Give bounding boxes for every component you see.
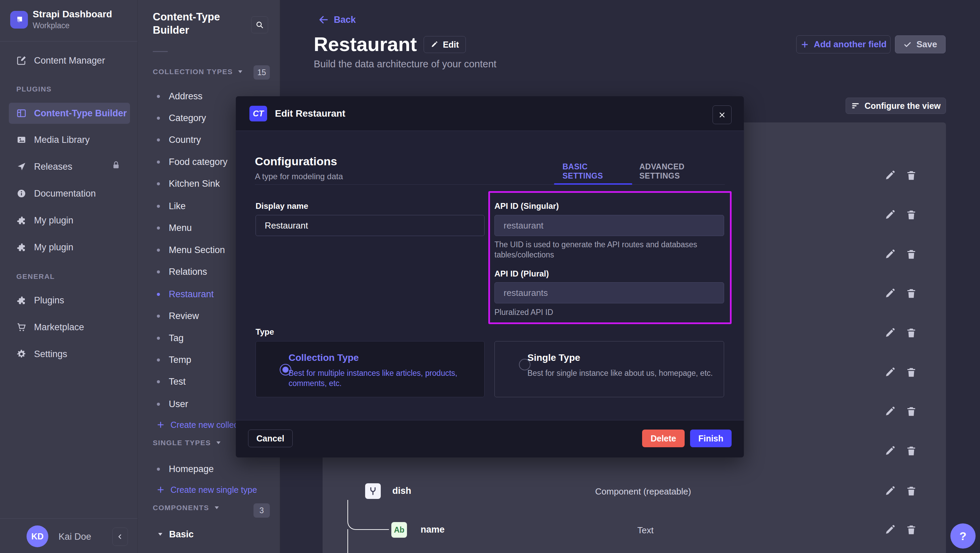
single-type-card[interactable]: Single Type Best for single instance lik…	[495, 341, 724, 397]
puzzle-icon	[16, 242, 27, 253]
edit-field-button[interactable]	[884, 445, 896, 457]
caret-down-icon	[158, 532, 163, 536]
configure-view-button[interactable]: Configure the view	[846, 98, 946, 114]
collection-type-item[interactable]: Country	[157, 129, 201, 151]
collection-type-description: Best for multiple instances like article…	[288, 368, 486, 388]
collection-type-item[interactable]: Relations	[157, 261, 207, 283]
bullet-icon	[157, 337, 160, 340]
display-name-label: Display name	[256, 201, 308, 211]
delete-field-button[interactable]	[905, 445, 917, 457]
lock-icon	[111, 160, 121, 170]
image-icon	[16, 135, 27, 145]
collection-type-item[interactable]: Test	[157, 371, 186, 393]
collection-types-header[interactable]: COLLECTION TYPES	[153, 68, 243, 76]
sidebar-item-content-type-builder[interactable]: Content-Type Builder	[9, 103, 130, 124]
add-another-field-button[interactable]: Add another field	[796, 35, 891, 53]
delete-field-button[interactable]	[905, 485, 917, 497]
item-label: Review	[169, 311, 199, 321]
bullet-icon	[157, 117, 160, 120]
component-group-basic[interactable]: Basic	[158, 523, 194, 545]
display-name-input[interactable]	[256, 215, 485, 236]
create-single-label: Create new single type	[170, 485, 257, 495]
collection-type-item-active[interactable]: Restaurant	[157, 283, 214, 305]
help-button[interactable]: ?	[950, 523, 975, 548]
plugins-section-header: PLUGINS	[16, 85, 52, 93]
search-button[interactable]	[251, 16, 268, 33]
edit-field-button[interactable]	[884, 406, 896, 417]
single-types-header[interactable]: SINGLE TYPES	[153, 439, 221, 447]
chevron-left-icon	[116, 533, 124, 540]
single-type-item[interactable]: Homepage	[157, 458, 214, 480]
item-label: Category	[169, 113, 206, 124]
sidebar-item-my-plugin-2[interactable]: My plugin	[9, 236, 130, 258]
tab-advanced-settings[interactable]: ADVANCED SETTINGS	[640, 166, 716, 177]
cancel-button[interactable]: Cancel	[248, 429, 293, 447]
collection-type-card[interactable]: Collection Type Best for multiple instan…	[256, 341, 485, 397]
cart-icon	[16, 322, 27, 332]
edit-field-button[interactable]	[884, 485, 896, 497]
delete-field-button[interactable]	[905, 327, 917, 339]
delete-field-button[interactable]	[905, 524, 917, 536]
back-link[interactable]: Back	[318, 14, 356, 25]
collection-type-item[interactable]: Menu Section	[157, 239, 225, 261]
delete-field-button[interactable]	[905, 406, 917, 417]
bullet-icon	[157, 315, 160, 318]
edit-field-button[interactable]	[884, 170, 896, 181]
bullet-icon	[157, 380, 160, 383]
tab-basic-settings[interactable]: BASIC SETTINGS	[563, 166, 622, 177]
delete-button[interactable]: Delete	[642, 429, 685, 447]
delete-field-button[interactable]	[905, 249, 917, 260]
delete-field-button[interactable]	[905, 209, 917, 221]
create-single-type-link[interactable]: Create new single type	[156, 480, 257, 499]
sidebar-item-my-plugin[interactable]: My plugin	[9, 210, 130, 231]
content-type-badge: CT	[250, 106, 267, 121]
delete-field-button[interactable]	[905, 288, 917, 299]
collection-type-item[interactable]: Food category	[157, 151, 228, 173]
bullet-icon	[157, 468, 160, 471]
sidebar-item-plugins[interactable]: Plugins	[9, 289, 130, 311]
save-button[interactable]: Save	[895, 35, 946, 53]
collection-type-item[interactable]: Menu	[157, 217, 192, 239]
edit-field-button[interactable]	[884, 327, 896, 339]
avatar[interactable]: KD	[27, 526, 48, 547]
delete-field-button[interactable]	[905, 170, 917, 181]
collection-type-item[interactable]: Review	[157, 305, 199, 327]
workspace-label: Workplace	[33, 21, 69, 30]
sidebar-item-media-library[interactable]: Media Library	[9, 129, 130, 151]
plus-icon	[800, 40, 809, 49]
components-label: COMPONENTS	[153, 504, 209, 512]
sidebar-item-documentation[interactable]: Documentation	[9, 183, 130, 204]
sidebar-item-content-manager[interactable]: Content Manager	[9, 50, 130, 72]
sidebar-item-settings[interactable]: Settings	[9, 343, 130, 365]
bullet-icon	[157, 182, 160, 185]
collection-type-item[interactable]: Temp	[157, 349, 191, 371]
edit-button[interactable]: Edit	[424, 36, 466, 53]
collection-count-badge: 15	[253, 65, 270, 79]
components-header[interactable]: COMPONENTS	[153, 504, 220, 512]
collection-type-item[interactable]: Address	[157, 85, 202, 107]
collection-type-item[interactable]: Like	[157, 195, 186, 217]
close-button[interactable]	[713, 105, 732, 124]
pencil-icon	[430, 41, 438, 48]
strapi-logo[interactable]	[10, 11, 28, 29]
collapse-sidebar-button[interactable]	[112, 528, 128, 546]
sidebar-item-label: Media Library	[34, 135, 90, 145]
edit-field-button[interactable]	[884, 209, 896, 221]
item-label: Restaurant	[169, 289, 214, 300]
edit-field-button[interactable]	[884, 367, 896, 378]
edit-field-button[interactable]	[884, 288, 896, 299]
divider	[153, 51, 168, 52]
sidebar-item-label: Plugins	[34, 295, 64, 306]
collection-type-item[interactable]: Category	[157, 107, 206, 129]
sidebar-item-marketplace[interactable]: Marketplace	[9, 316, 130, 338]
edit-field-button[interactable]	[884, 524, 896, 536]
finish-button[interactable]: Finish	[690, 429, 732, 447]
field-name: name	[421, 524, 445, 535]
edit-field-button[interactable]	[884, 249, 896, 260]
collection-type-item[interactable]: User	[157, 393, 188, 415]
bullet-icon	[157, 138, 160, 141]
delete-field-button[interactable]	[905, 367, 917, 378]
item-label: Menu	[169, 223, 192, 233]
collection-type-item[interactable]: Tag	[157, 327, 184, 349]
collection-type-item[interactable]: Kitchen Sink	[157, 173, 220, 194]
